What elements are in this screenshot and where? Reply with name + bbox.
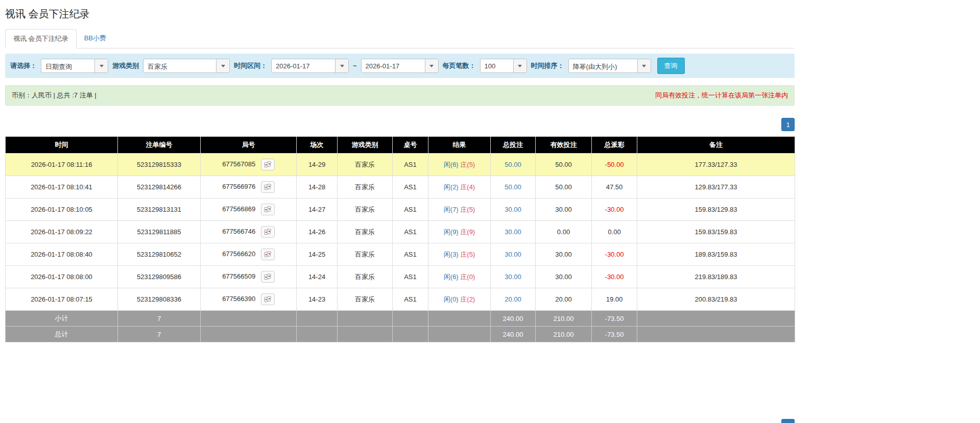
- total-bet-link[interactable]: 20.00: [505, 295, 521, 303]
- playing-cards-icon: [264, 229, 272, 235]
- chevron-down-icon[interactable]: [513, 59, 527, 72]
- video-replay-button[interactable]: [261, 226, 275, 238]
- header-total-bet: 总投注: [491, 137, 536, 154]
- search-button[interactable]: 查询: [657, 58, 685, 74]
- cell-game-type: 百家乐: [338, 221, 393, 243]
- query-type-select[interactable]: 日期查询: [41, 59, 108, 73]
- sort-order-label: 时间排序：: [531, 61, 564, 70]
- total-bet-link[interactable]: 30.00: [505, 273, 521, 281]
- tab-bb-tip[interactable]: BB小费: [77, 29, 114, 48]
- cell-round-id: 677567085: [201, 154, 297, 176]
- pagination-top: 1: [5, 118, 795, 131]
- cell-game-type: 百家乐: [338, 176, 393, 198]
- cell-result: 闲(2) 庄(4): [428, 176, 491, 198]
- total-row: 总计 7 240.00 210.00 -73.50: [6, 327, 795, 342]
- cell-payout: -30.00: [592, 198, 637, 221]
- header-round-id: 局号: [201, 137, 297, 154]
- result-banker: 庄(5): [460, 206, 475, 213]
- chevron-down-icon[interactable]: [637, 59, 651, 72]
- total-bet-link[interactable]: 50.00: [505, 183, 521, 191]
- cell-session: 14-28: [297, 176, 338, 198]
- cell-table-no: AS1: [393, 243, 428, 266]
- cell-table-no: AS1: [393, 288, 428, 311]
- game-type-select[interactable]: 百家乐: [143, 59, 230, 73]
- cell-payout: 47.50: [592, 176, 637, 198]
- cell-bet-id: 523129809586: [118, 266, 201, 288]
- total-bet-link[interactable]: 30.00: [505, 206, 521, 213]
- cell-result: 闲(7) 庄(5): [428, 198, 491, 221]
- cell-valid-bet: 50.00: [536, 176, 592, 198]
- cell-time: 2026-01-17 08:08:40: [6, 243, 118, 266]
- cell-session: 14-25: [297, 243, 338, 266]
- round-id-value: 677567085: [222, 160, 255, 168]
- cell-valid-bet: 30.00: [536, 198, 592, 221]
- cell-total-bet: 30.00: [491, 221, 536, 243]
- result-banker: 庄(0): [460, 273, 475, 281]
- cell-remark: 129.83/177.33: [637, 176, 795, 198]
- round-id-value: 677566509: [222, 272, 255, 280]
- cell-total-bet: 20.00: [491, 288, 536, 311]
- playing-cards-icon: [264, 206, 272, 213]
- result-player: 闲(2): [444, 183, 459, 191]
- total-bet-link[interactable]: 30.00: [505, 251, 521, 258]
- cell-total-bet: 30.00: [491, 198, 536, 221]
- total-valid-bet: 210.00: [536, 327, 592, 342]
- cell-remark: 159.83/129.83: [637, 198, 795, 221]
- cell-valid-bet: 50.00: [536, 154, 592, 176]
- empty-cell: [297, 311, 338, 327]
- header-payout: 总派彩: [592, 137, 637, 154]
- cell-remark: 219.83/189.83: [637, 266, 795, 288]
- subtotal-valid-bet: 210.00: [536, 311, 592, 327]
- date-from-select[interactable]: 2026-01-17: [271, 59, 349, 73]
- cell-game-type: 百家乐: [338, 198, 393, 221]
- date-to-select[interactable]: 2026-01-17: [361, 59, 439, 73]
- video-replay-button[interactable]: [261, 293, 275, 305]
- cell-bet-id: 523129813131: [118, 198, 201, 221]
- video-replay-button[interactable]: [261, 271, 275, 283]
- empty-cell: [428, 311, 491, 327]
- cell-table-no: AS1: [393, 198, 428, 221]
- video-replay-button[interactable]: [261, 248, 275, 260]
- total-bet-link[interactable]: 30.00: [505, 228, 521, 236]
- total-total-bet: 240.00: [491, 327, 536, 342]
- query-type-value: 日期查询: [41, 59, 94, 72]
- cell-table-no: AS1: [393, 266, 428, 288]
- sort-order-select[interactable]: 降幂(由大到小): [568, 59, 651, 73]
- chevron-down-icon[interactable]: [335, 59, 348, 72]
- header-session: 场次: [297, 137, 338, 154]
- header-time: 时间: [6, 137, 118, 154]
- video-replay-button[interactable]: [261, 204, 275, 215]
- date-range-separator: ~: [353, 62, 357, 70]
- cell-bet-id: 523129808336: [118, 288, 201, 311]
- round-id-value: 677566976: [222, 183, 255, 190]
- page-1-button-bottom[interactable]: 1: [781, 419, 795, 423]
- empty-cell: [201, 311, 297, 327]
- cell-valid-bet: 20.00: [536, 288, 592, 311]
- page-1-button[interactable]: 1: [781, 118, 795, 131]
- subtotal-payout: -73.50: [592, 311, 637, 327]
- cell-valid-bet: 30.00: [536, 243, 592, 266]
- playing-cards-icon: [264, 161, 272, 168]
- cell-session: 14-29: [297, 154, 338, 176]
- chevron-down-icon[interactable]: [94, 59, 108, 72]
- cell-round-id: 677566746: [201, 221, 297, 243]
- subtotal-label: 小计: [6, 311, 118, 327]
- video-replay-button[interactable]: [261, 181, 275, 193]
- sort-order-value: 降幂(由大到小): [569, 59, 637, 72]
- chevron-down-icon[interactable]: [216, 59, 229, 72]
- video-replay-button[interactable]: [261, 159, 275, 170]
- cell-round-id: 677566390: [201, 288, 297, 311]
- cell-payout: -30.00: [592, 243, 637, 266]
- table-row: 2026-01-17 08:08:40 523129810652 6775666…: [6, 243, 795, 266]
- total-payout: -73.50: [592, 327, 637, 342]
- round-id-value: 677566746: [222, 228, 255, 235]
- cell-game-type: 百家乐: [338, 266, 393, 288]
- total-bet-link[interactable]: 50.00: [505, 161, 521, 168]
- page-size-select[interactable]: 100: [480, 59, 527, 73]
- game-type-value: 百家乐: [144, 59, 216, 72]
- chevron-down-icon[interactable]: [425, 59, 438, 72]
- tab-betting-records[interactable]: 视讯 会员下注纪录: [5, 29, 77, 48]
- cell-payout: 0.00: [592, 221, 637, 243]
- cell-remark: 189.83/159.83: [637, 243, 795, 266]
- playing-cards-icon: [264, 273, 272, 280]
